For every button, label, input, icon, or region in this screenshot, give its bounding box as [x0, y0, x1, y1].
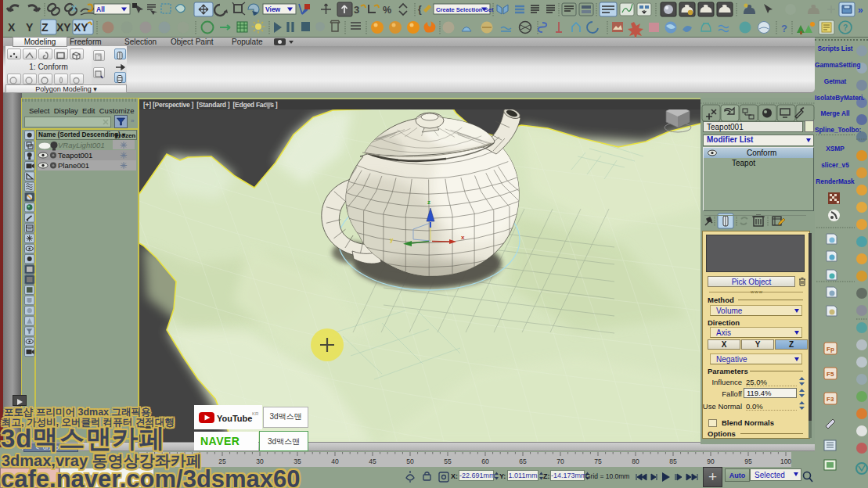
svg-text:{: {: [418, 4, 422, 15]
svg-text:F3: F3: [827, 396, 834, 403]
svg-text:75: 75: [594, 458, 602, 465]
svg-text:View: View: [265, 5, 281, 13]
svg-text:KR: KR: [252, 411, 259, 416]
svg-text:90: 90: [707, 458, 715, 465]
svg-text:y: y: [390, 236, 394, 243]
svg-text:?: ?: [843, 23, 848, 32]
svg-text:z: z: [427, 199, 430, 206]
svg-text:100: 100: [780, 458, 791, 465]
svg-text:55: 55: [444, 458, 452, 465]
svg-text:XY: XY: [56, 21, 71, 34]
svg-text:50: 50: [406, 458, 414, 465]
svg-text:35: 35: [294, 458, 301, 465]
svg-text:X: X: [8, 21, 16, 34]
svg-text:x: x: [461, 234, 465, 241]
svg-text:Y: Y: [26, 21, 34, 34]
svg-text:%: %: [383, 5, 391, 16]
svg-text:»: »: [858, 5, 863, 16]
svg-text:80: 80: [632, 458, 639, 465]
svg-text:Fp: Fp: [827, 346, 834, 353]
svg-text:Z: Z: [41, 21, 49, 34]
svg-text:?: ?: [781, 23, 787, 34]
svg-text:40: 40: [331, 458, 339, 465]
svg-text:YouTube: YouTube: [217, 414, 252, 423]
svg-text:25: 25: [218, 458, 226, 465]
svg-text:65: 65: [519, 458, 527, 465]
svg-text:85: 85: [669, 458, 677, 465]
svg-text:45: 45: [369, 458, 376, 465]
svg-text:60: 60: [481, 458, 489, 465]
svg-text:F5: F5: [827, 371, 834, 378]
svg-text:30: 30: [256, 458, 264, 465]
svg-text:70: 70: [556, 458, 564, 465]
svg-text:3: 3: [354, 4, 359, 16]
svg-text:All: All: [96, 5, 105, 13]
svg-text:95: 95: [744, 458, 752, 465]
svg-text:XY: XY: [74, 21, 88, 34]
